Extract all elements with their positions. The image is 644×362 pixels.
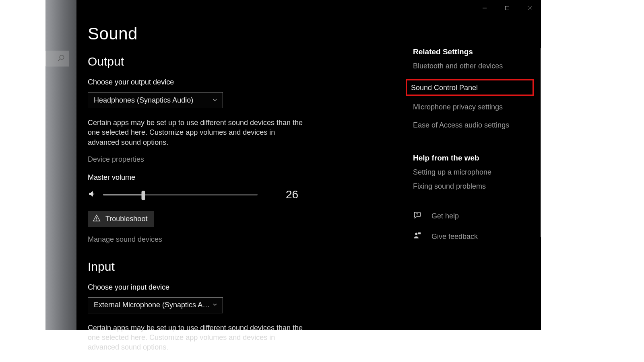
scrollbar[interactable] [540,48,541,237]
sidebar-sliver [45,0,76,330]
related-bluetooth[interactable]: Bluetooth and other devices [413,62,534,70]
get-help-label: Get help [431,212,459,220]
search-icon [58,54,65,63]
svg-point-9 [415,232,417,235]
give-feedback-label: Give feedback [431,232,478,241]
master-volume-row: 26 [88,188,402,201]
troubleshoot-button[interactable]: Troubleshoot [88,211,154,227]
related-microphone-privacy[interactable]: Microphone privacy settings [413,103,534,111]
input-device-value: External Microphone (Synaptics Aud... [94,301,212,309]
input-description: Certain apps may be set up to use differ… [88,323,305,352]
chevron-down-icon [212,301,218,309]
related-sound-control-panel[interactable]: Sound Control Panel [406,79,534,96]
volume-value: 26 [286,188,298,201]
output-heading: Output [88,55,402,68]
troubleshoot-label: Troubleshoot [105,215,147,223]
page-title: Sound [88,24,402,43]
help-heading: Help from the web [413,154,534,162]
minimize-button[interactable] [473,0,496,16]
slider-thumb[interactable] [141,191,145,200]
settings-window: Sound Output Choose your output device H… [76,0,541,330]
main-content: Sound Output Choose your output device H… [88,24,402,352]
get-help-link[interactable]: ? Get help [413,211,534,222]
speaker-icon[interactable] [88,189,97,200]
output-choose-label: Choose your output device [88,78,402,86]
chevron-down-icon [212,96,218,105]
feedback-icon [413,231,422,242]
svg-point-7 [96,220,97,220]
slider-fill [103,194,143,195]
svg-text:?: ? [416,213,418,216]
close-button[interactable] [518,0,541,16]
output-device-value: Headphones (Synaptics Audio) [94,96,193,105]
manage-sound-devices-link[interactable]: Manage sound devices [88,235,162,244]
output-device-select[interactable]: Headphones (Synaptics Audio) [88,92,223,108]
related-ease-of-access-audio[interactable]: Ease of Access audio settings [413,121,534,130]
master-volume-label: Master volume [88,173,402,182]
svg-line-1 [58,59,60,61]
input-choose-label: Choose your input device [88,283,402,292]
output-description: Certain apps may be set up to use differ… [88,118,305,147]
related-settings-heading: Related Settings [413,47,534,56]
svg-point-0 [60,55,64,60]
search-button[interactable] [45,51,69,66]
svg-rect-3 [506,6,509,10]
warning-icon [93,214,101,224]
maximize-button[interactable] [496,0,518,16]
chat-help-icon: ? [413,211,422,222]
help-setup-microphone[interactable]: Setting up a microphone [413,168,534,177]
window-controls [473,0,541,16]
svg-rect-10 [418,232,421,234]
give-feedback-link[interactable]: Give feedback [413,231,534,242]
right-column: Related Settings Bluetooth and other dev… [413,47,534,242]
volume-slider[interactable] [103,190,258,200]
help-fixing-sound[interactable]: Fixing sound problems [413,182,534,191]
input-heading: Input [88,260,402,274]
device-properties-link[interactable]: Device properties [88,155,144,164]
input-device-select[interactable]: External Microphone (Synaptics Aud... [88,297,223,313]
